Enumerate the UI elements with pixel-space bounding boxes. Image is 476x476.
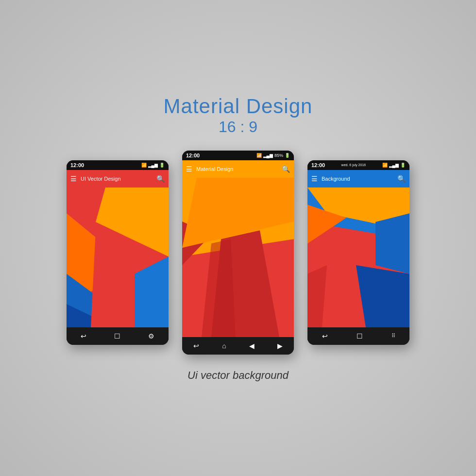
battery-icon: 🔋 (159, 163, 165, 168)
phone1-status-bar: 12:00 📶 ▂▄▆ 🔋 (67, 160, 169, 170)
phone-3: 12:00 wed. 6 july 2016 📶 ▂▄▆ 🔋 ☰ Backgro… (307, 160, 409, 345)
phone3-date: wed. 6 july 2016 (341, 163, 366, 167)
subtitle: 16 : 9 (164, 118, 313, 136)
menu-icon[interactable]: ☰ (186, 165, 192, 173)
phone1-time: 12:00 (70, 162, 84, 168)
footer-text: Ui vector background (187, 369, 289, 381)
svg-marker-17 (375, 213, 409, 273)
phone-1: 12:00 📶 ▂▄▆ 🔋 ☰ UI Vector Design 🔍 (67, 160, 169, 345)
phone2-status-icons: 📶 ▂▄▆ 85% 🔋 (256, 153, 290, 158)
overview-button[interactable]: ☐ (357, 332, 363, 340)
settings-button[interactable]: ⚙ (148, 332, 154, 340)
home-button[interactable]: ⌂ (222, 342, 226, 350)
search-icon[interactable]: 🔍 (397, 175, 406, 183)
phone1-status-icons: 📶 ▂▄▆ 🔋 (141, 163, 165, 168)
phone3-nav-bar: ↩ ☐ ⠿ (307, 327, 409, 345)
phone2-status-bar: 12:00 📶 ▂▄▆ 85% 🔋 (182, 151, 294, 160)
phone2-app-title: Material Design (196, 166, 278, 172)
wifi-icon: 📶 (141, 163, 147, 168)
signal-icon: ▂▄▆ (389, 163, 399, 168)
phone1-screen (67, 187, 169, 327)
phone2-app-bar: ☰ Material Design 🔍 (182, 160, 294, 178)
phone3-screen (307, 187, 409, 327)
signal-icon: ▂▄▆ (148, 163, 158, 168)
phone3-time: 12:00 (311, 162, 325, 168)
signal-icon: ▂▄▆ (263, 153, 273, 158)
home-button[interactable]: ☐ (114, 332, 120, 340)
next-button[interactable]: ▶ (277, 342, 283, 350)
search-icon[interactable]: 🔍 (156, 175, 165, 183)
back-button[interactable]: ↩ (81, 332, 86, 340)
header-section: Material Design 16 : 9 (164, 95, 313, 136)
phone2-screen (182, 178, 294, 337)
battery-icon: 🔋 (285, 153, 290, 158)
phone2-nav-bar: ↩ ⌂ ◀ ▶ (182, 337, 294, 355)
phone3-app-title: Background (322, 176, 393, 182)
phone1-nav-bar: ↩ ☐ ⚙ (67, 327, 169, 345)
back-button[interactable]: ↩ (193, 342, 199, 350)
main-title: Material Design (164, 95, 313, 118)
phone1-app-title: UI Vector Design (81, 176, 153, 182)
wifi-icon: 📶 (382, 163, 388, 168)
battery-icon: 🔋 (400, 163, 406, 168)
search-icon[interactable]: 🔍 (282, 165, 290, 173)
menu-icon[interactable]: ☰ (311, 175, 318, 183)
phones-container: 12:00 📶 ▂▄▆ 🔋 ☰ UI Vector Design 🔍 (67, 151, 409, 355)
phone3-status-icons: 📶 ▂▄▆ 🔋 (382, 163, 406, 168)
phone2-time: 12:00 (186, 153, 200, 158)
menu-icon[interactable]: ☰ (70, 175, 77, 183)
wifi-icon: 📶 (256, 153, 262, 158)
phone-2: 12:00 📶 ▂▄▆ 85% 🔋 ☰ Material Design 🔍 (182, 151, 294, 355)
back-button[interactable]: ↩ (322, 332, 328, 340)
phone3-status-bar: 12:00 wed. 6 july 2016 📶 ▂▄▆ 🔋 (307, 160, 409, 170)
phone1-app-bar: ☰ UI Vector Design 🔍 (67, 170, 169, 187)
battery-percent: 85% (274, 153, 283, 158)
prev-button[interactable]: ◀ (249, 342, 255, 350)
apps-button[interactable]: ⠿ (391, 333, 395, 339)
footer-label: Ui vector background (187, 369, 289, 382)
phone3-app-bar: ☰ Background 🔍 (307, 170, 409, 187)
